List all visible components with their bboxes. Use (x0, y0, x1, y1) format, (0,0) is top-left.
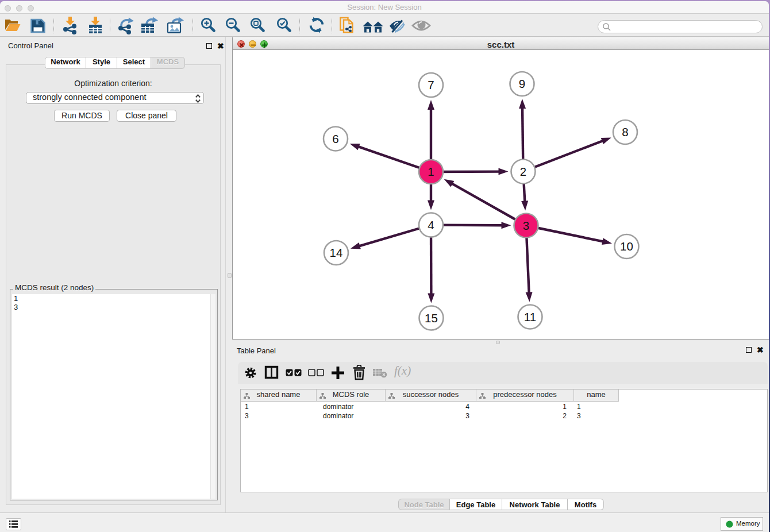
svg-text:2: 2 (520, 165, 526, 178)
svg-text:1: 1 (428, 165, 434, 178)
svg-text:6: 6 (332, 132, 338, 145)
svg-text:9: 9 (519, 77, 525, 90)
svg-text:4: 4 (428, 218, 434, 232)
svg-text:10: 10 (620, 240, 633, 253)
svg-text:8: 8 (622, 125, 628, 138)
svg-text:15: 15 (425, 311, 438, 325)
svg-text:7: 7 (428, 78, 434, 91)
svg-text:14: 14 (330, 246, 343, 259)
svg-text:11: 11 (524, 310, 536, 323)
svg-text:3: 3 (523, 219, 529, 232)
